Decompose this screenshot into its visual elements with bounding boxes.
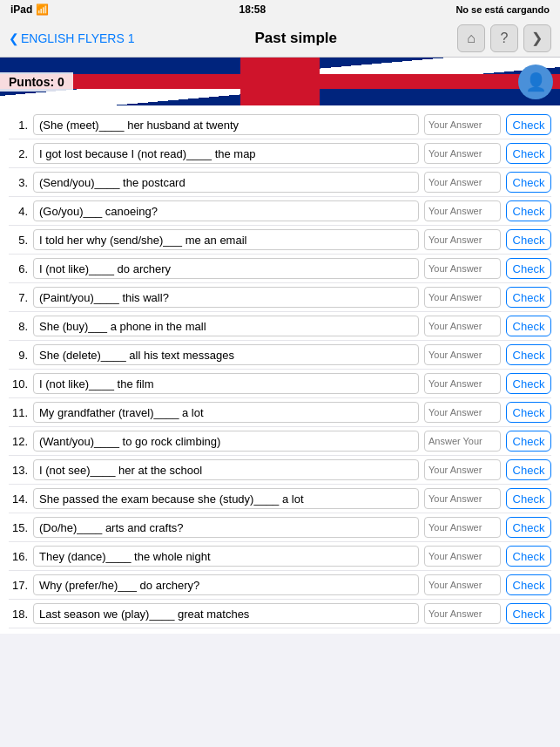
check-button[interactable]: Check <box>506 229 551 250</box>
question-row: 2.I got lost because I (not read)____ th… <box>9 139 551 168</box>
question-number: 9. <box>9 349 28 362</box>
question-text: Last season we (play)____ great matches <box>33 603 419 624</box>
question-number: 2. <box>9 147 28 160</box>
answer-input[interactable] <box>424 114 501 135</box>
nav-bar: ❮ ENGLISH FLYERS 1 Past simple ⌂ ? ❯ <box>0 19 560 58</box>
back-button[interactable]: ❮ ENGLISH FLYERS 1 <box>9 31 134 45</box>
avatar: 👤 <box>518 65 553 99</box>
question-number: 1. <box>9 119 28 132</box>
answer-input[interactable] <box>424 200 501 221</box>
answer-input[interactable] <box>424 316 501 336</box>
check-button[interactable]: Check <box>506 402 551 423</box>
question-number: 5. <box>9 234 28 247</box>
question-row: 6.I (not like)____ do archeryCheck <box>9 255 551 283</box>
check-button[interactable]: Check <box>506 603 551 624</box>
question-text: (She (meet)____ her husband at twenty <box>33 114 419 135</box>
answer-input[interactable] <box>424 402 501 423</box>
question-row: 4.(Go/you)___ canoeing?Check <box>9 197 551 226</box>
check-button[interactable]: Check <box>506 143 551 164</box>
question-row: 18.Last season we (play)____ great match… <box>9 600 551 628</box>
question-text: She (delete)____ all his text messages <box>33 344 419 365</box>
score-label: Puntos: 0 <box>9 75 64 89</box>
check-button[interactable]: Check <box>506 114 551 135</box>
status-left: iPad 📶 <box>10 3 49 16</box>
answer-input[interactable] <box>424 431 501 452</box>
answer-input[interactable] <box>424 459 501 480</box>
answer-input[interactable] <box>424 229 501 250</box>
nav-icons: ⌂ ? ❯ <box>457 24 551 52</box>
question-row: 1.(She (meet)____ her husband at twentyC… <box>9 111 551 139</box>
question-number: 13. <box>9 464 28 477</box>
check-button[interactable]: Check <box>506 258 551 279</box>
question-number: 11. <box>9 406 28 419</box>
answer-input[interactable] <box>424 517 501 538</box>
question-number: 4. <box>9 205 28 218</box>
questions-area: 1.(She (meet)____ her husband at twentyC… <box>0 105 560 634</box>
question-text: (Go/you)___ canoeing? <box>33 200 419 221</box>
device-label: iPad <box>10 3 32 16</box>
check-button[interactable]: Check <box>506 431 551 452</box>
answer-input[interactable] <box>424 603 501 624</box>
answer-input[interactable] <box>424 344 501 365</box>
page-title: Past simple <box>254 30 337 47</box>
question-row: 9.She (delete)____ all his text messages… <box>9 341 551 370</box>
question-number: 7. <box>9 291 28 304</box>
answer-input[interactable] <box>424 373 501 394</box>
check-button[interactable]: Check <box>506 574 551 595</box>
check-button[interactable]: Check <box>506 517 551 538</box>
question-text: I told her why (send/she)___ me an email <box>33 229 419 250</box>
check-button[interactable]: Check <box>506 287 551 308</box>
answer-input[interactable] <box>424 172 501 193</box>
answer-input[interactable] <box>424 488 501 509</box>
check-button[interactable]: Check <box>506 316 551 336</box>
answer-input[interactable] <box>424 258 501 279</box>
question-row: 15.(Do/he)____ arts and crafts?Check <box>9 513 551 542</box>
status-bar: iPad 📶 18:58 No se está cargando <box>0 0 560 19</box>
question-row: 12.(Want/you)____ to go rock climbing)Ch… <box>9 427 551 456</box>
question-number: 6. <box>9 262 28 275</box>
check-button[interactable]: Check <box>506 459 551 480</box>
question-number: 3. <box>9 176 28 189</box>
answer-input[interactable] <box>424 546 501 567</box>
check-button[interactable]: Check <box>506 546 551 567</box>
question-text: They (dance)____ the whole night <box>33 546 419 567</box>
banner: Puntos: 0 👤 <box>0 58 560 105</box>
question-number: 18. <box>9 608 28 621</box>
check-button[interactable]: Check <box>506 344 551 365</box>
back-label: ENGLISH FLYERS 1 <box>21 31 134 45</box>
question-text: (Send/you)____ the postcard <box>33 172 419 193</box>
question-number: 8. <box>9 320 28 333</box>
question-text: I (not like)____ do archery <box>33 258 419 279</box>
question-text: (Paint/you)____ this wall? <box>33 287 419 308</box>
check-button[interactable]: Check <box>506 200 551 221</box>
status-time: 18:58 <box>240 3 267 16</box>
question-icon: ? <box>501 31 509 46</box>
question-row: 17.Why (prefer/he)___ do archery?Check <box>9 571 551 600</box>
chevron-left-icon: ❮ <box>9 31 19 45</box>
question-number: 12. <box>9 435 28 448</box>
question-row: 7.(Paint/you)____ this wall?Check <box>9 283 551 312</box>
question-text: I got lost because I (not read)____ the … <box>33 143 419 164</box>
question-text: (Want/you)____ to go rock climbing) <box>33 431 419 452</box>
flag-decoration <box>0 58 560 105</box>
avatar-icon: 👤 <box>525 71 547 92</box>
question-number: 17. <box>9 579 28 592</box>
question-row: 5.I told her why (send/she)___ me an ema… <box>9 226 551 255</box>
question-text: (Do/he)____ arts and crafts? <box>33 517 419 538</box>
question-row: 16.They (dance)____ the whole nightCheck <box>9 542 551 571</box>
next-button[interactable]: ❯ <box>523 24 551 52</box>
answer-input[interactable] <box>424 574 501 595</box>
check-button[interactable]: Check <box>506 172 551 193</box>
question-row: 3.(Send/you)____ the postcardCheck <box>9 168 551 197</box>
answer-input[interactable] <box>424 143 501 164</box>
question-number: 16. <box>9 550 28 563</box>
check-button[interactable]: Check <box>506 488 551 509</box>
question-row: 11.My grandfather (travel)____ a lotChec… <box>9 398 551 427</box>
wifi-icon: 📶 <box>36 3 49 16</box>
question-text: I (not like)____ the film <box>33 373 419 394</box>
home-button[interactable]: ⌂ <box>457 24 485 52</box>
question-text: She passed the exam because she (study)_… <box>33 488 419 509</box>
check-button[interactable]: Check <box>506 373 551 394</box>
answer-input[interactable] <box>424 287 501 308</box>
help-button[interactable]: ? <box>490 24 518 52</box>
